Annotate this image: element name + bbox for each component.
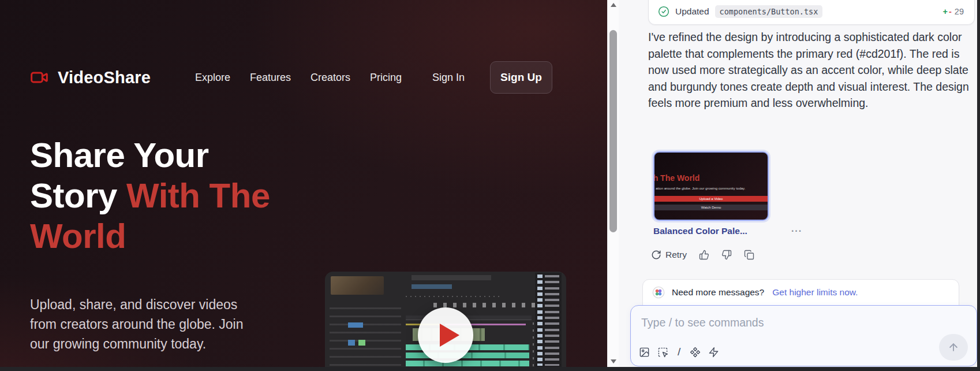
components-icon[interactable]: [690, 347, 701, 358]
composer-toolbar: /: [639, 346, 719, 358]
nav-link-creators[interactable]: Creators: [311, 72, 350, 84]
nav-link-pricing[interactable]: Pricing: [370, 72, 402, 84]
diff-minus: -: [949, 7, 952, 16]
retry-label: Retry: [665, 250, 687, 260]
slash-command-icon[interactable]: /: [676, 346, 682, 358]
thumbs-down-button[interactable]: [721, 250, 732, 260]
scroll-down-arrow-icon[interactable]: [611, 359, 616, 363]
brand-logo[interactable]: VideoShare: [28, 68, 178, 87]
thumbs-down-icon: [721, 250, 732, 260]
file-chip[interactable]: components/Button.tsx: [715, 5, 823, 18]
tool-update-card[interactable]: Updated components/Button.tsx +-29: [648, 0, 975, 25]
artifact-caption-row: Balanced Color Pale... ···: [653, 226, 802, 236]
quick-actions-bolt-icon[interactable]: [708, 347, 719, 358]
composer[interactable]: /: [630, 305, 977, 366]
artifact-thumbnail[interactable]: th The World ation around the globe. Joi…: [653, 151, 769, 221]
send-arrow-icon: [948, 342, 959, 353]
hero-video-preview[interactable]: [325, 272, 566, 367]
brand-name: VideoShare: [58, 68, 151, 87]
site-nav-links: Explore Features Creators Pricing: [195, 72, 402, 84]
chat-input[interactable]: [641, 313, 941, 332]
auth-area: Sign In Sign Up: [432, 61, 552, 94]
tool-status-label: Updated: [675, 6, 709, 17]
more-menu-icon[interactable]: ···: [791, 226, 802, 236]
sign-in-link[interactable]: Sign In: [432, 72, 465, 84]
hero-heading: Share Your Story With The World: [30, 135, 278, 257]
attach-image-icon[interactable]: [639, 347, 650, 358]
thumbs-up-button[interactable]: [699, 250, 709, 260]
select-element-icon[interactable]: [657, 347, 668, 358]
retry-button[interactable]: Retry: [651, 250, 687, 260]
artifact-title-link[interactable]: Balanced Color Pale...: [653, 226, 747, 236]
scroll-up-arrow-icon[interactable]: [611, 3, 616, 7]
window-edge-right: [977, 0, 980, 371]
site-navbar: VideoShare Explore Features Creators Pri…: [28, 60, 552, 95]
retry-icon: [651, 250, 661, 260]
thumbnail-body-text: ation around the globe. Join our growing…: [656, 187, 745, 190]
site-preview-panel: VideoShare Explore Features Creators Pri…: [0, 0, 607, 371]
scrollbar-thumb[interactable]: [609, 30, 617, 232]
thumbnail-secondary-button: Watch Demo: [654, 205, 768, 210]
send-button[interactable]: [939, 334, 968, 361]
sign-up-button[interactable]: Sign Up: [490, 61, 552, 94]
app-window: VideoShare Explore Features Creators Pri…: [0, 0, 980, 371]
usage-pinwheel-icon: [652, 286, 665, 299]
get-higher-limits-link[interactable]: Get higher limits now.: [772, 287, 858, 298]
thumbs-up-icon: [699, 250, 709, 260]
message-actions: Retry: [651, 250, 754, 260]
copy-button[interactable]: [744, 250, 754, 260]
diff-plus: +: [943, 7, 948, 16]
nav-link-explore[interactable]: Explore: [195, 72, 230, 84]
scrollbar[interactable]: [607, 0, 619, 367]
thumbnail-heading: th The World: [653, 173, 700, 183]
video-camera-icon: [28, 68, 51, 87]
limits-question: Need more messages?: [672, 287, 764, 298]
window-edge-bottom: [0, 367, 980, 371]
play-button-icon[interactable]: [418, 307, 473, 363]
nav-link-features[interactable]: Features: [250, 72, 291, 84]
hero-subtitle: Upload, share, and discover videos from …: [30, 295, 261, 354]
copy-icon: [744, 250, 754, 260]
diff-counter: +-29: [943, 7, 964, 16]
thumbnail-primary-button: Upload a Video: [654, 196, 768, 202]
assistant-message: I've refined the design by introducing a…: [648, 29, 978, 112]
chat-panel: Updated components/Button.tsx +-29 I've …: [619, 0, 977, 371]
diff-count: 29: [955, 7, 964, 16]
check-circle-icon: [658, 6, 669, 17]
